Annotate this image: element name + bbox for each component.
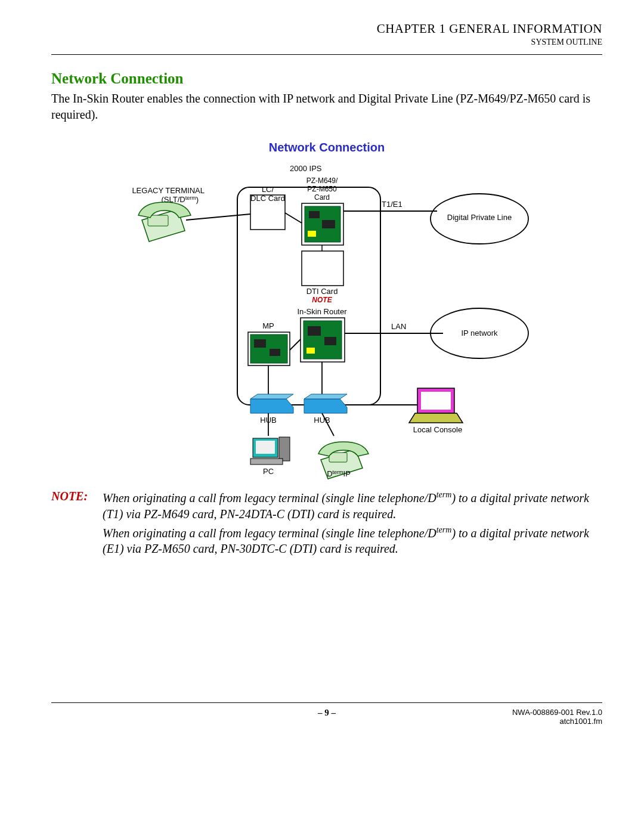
- note-text: When originating a call from legacy term…: [103, 490, 602, 559]
- svg-rect-22: [250, 335, 287, 363]
- svg-rect-8: [308, 231, 316, 237]
- figure-label: DLC Card: [250, 194, 285, 203]
- network-diagram: 2000 IPS LEGACY TERMINAL (SLT/Dterm) LC/…: [100, 160, 553, 482]
- section-paragraph: The In-Skin Router enables the connectio…: [51, 91, 602, 123]
- page-footer: – 9 – NWA-008869-001 Rev.1.0 atch1001.fm: [51, 708, 602, 726]
- svg-rect-34: [256, 441, 275, 454]
- svg-rect-16: [308, 326, 321, 336]
- footer-rule: [51, 702, 602, 703]
- circuit-card-icon: [302, 203, 343, 245]
- page-number: – 9 –: [318, 708, 336, 718]
- svg-rect-17: [324, 337, 336, 345]
- svg-rect-37: [329, 453, 347, 462]
- figure-note-label: NOTE: [312, 296, 332, 304]
- doc-id: NWA-008869-001 Rev.1.0: [420, 708, 602, 717]
- phone-icon: [138, 202, 191, 241]
- svg-rect-30: [421, 392, 451, 410]
- figure-label: DtermIP: [327, 469, 351, 478]
- section-heading: Network Connection: [51, 70, 602, 87]
- file-name: atch1001.fm: [420, 717, 602, 726]
- figure-title: Network Connection: [51, 141, 602, 154]
- router-card-icon: [301, 318, 345, 362]
- svg-rect-36: [250, 459, 283, 465]
- section-outline: SYSTEM OUTLINE: [51, 38, 602, 47]
- figure-label: IP network: [461, 329, 498, 337]
- figure-label: Digital Private Line: [447, 213, 512, 222]
- figure-label: Card: [314, 193, 330, 202]
- svg-line-9: [285, 213, 302, 223]
- header-rule: [51, 54, 602, 55]
- figure-label: 2000 IPS: [290, 164, 322, 173]
- chapter-title: CHAPTER 1 GENERAL INFORMATION: [51, 21, 602, 36]
- svg-rect-24: [270, 349, 280, 356]
- hub-icon: [250, 394, 293, 413]
- figure-label: In-Skin Router: [297, 307, 347, 316]
- laptop-icon: [409, 388, 463, 423]
- svg-rect-6: [309, 211, 320, 218]
- figure-label: PC: [263, 467, 274, 476]
- figure-label: Local Console: [413, 425, 462, 434]
- svg-line-25: [290, 339, 301, 350]
- note-key: NOTE:: [51, 490, 94, 559]
- svg-line-2: [186, 214, 250, 220]
- svg-rect-12: [302, 251, 343, 286]
- figure-label: DTI Card: [306, 287, 338, 296]
- figure-label: LC/: [262, 185, 274, 194]
- page-header: CHAPTER 1 GENERAL INFORMATION SYSTEM OUT…: [51, 21, 602, 47]
- figure-label: PZ-M649/: [306, 176, 338, 185]
- svg-rect-7: [322, 220, 335, 228]
- svg-rect-35: [279, 437, 290, 461]
- figure-label: LEGACY TERMINAL: [132, 186, 205, 195]
- mp-card-icon: [248, 332, 290, 366]
- svg-rect-18: [306, 348, 315, 354]
- figure-label: MP: [262, 321, 274, 330]
- figure-label: LAN: [391, 322, 406, 331]
- note-block: NOTE: When originating a call from legac…: [51, 490, 602, 559]
- pc-icon: [250, 437, 290, 465]
- svg-rect-23: [254, 339, 266, 348]
- figure-label: T1/E1: [382, 200, 402, 209]
- hub-icon: [304, 394, 347, 413]
- figure-label: PZ-M650: [307, 185, 337, 193]
